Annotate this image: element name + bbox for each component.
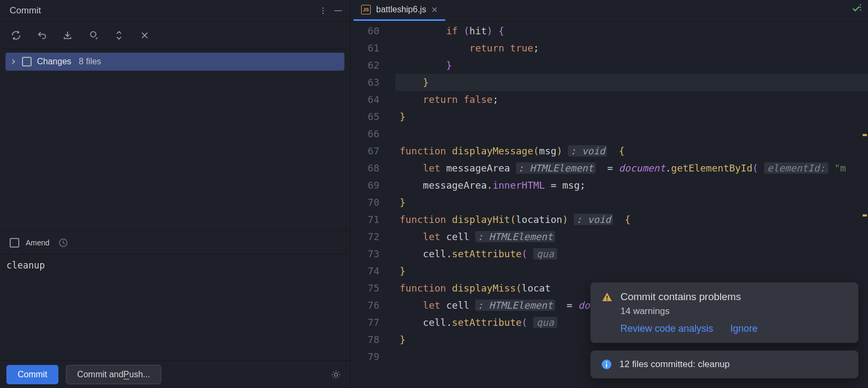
commit-panel: Commit xyxy=(0,0,350,388)
changes-count: 8 files xyxy=(79,57,101,66)
commit-toolbar xyxy=(0,21,350,49)
close-icon[interactable] xyxy=(431,6,438,13)
notification-subtitle: 14 warnings xyxy=(620,306,758,317)
svg-point-2 xyxy=(323,12,324,14)
gear-icon[interactable] xyxy=(328,367,343,382)
commit-title: Commit xyxy=(10,5,41,16)
rollback-icon[interactable] xyxy=(34,28,49,43)
commit-and-push-button[interactable]: Commit and Push... xyxy=(66,365,161,384)
notification-info: 12 files committed: cleanup xyxy=(590,350,858,378)
shelve-icon[interactable] xyxy=(60,28,75,43)
inspection-ok-icon[interactable] xyxy=(851,3,862,14)
svg-rect-13 xyxy=(606,364,607,368)
editor-area: JS battleship6.js 6061626364656667686970… xyxy=(350,0,868,388)
svg-point-6 xyxy=(334,373,338,376)
commit-message-input[interactable]: cleanup xyxy=(0,254,350,360)
changes-node[interactable]: Changes 8 files xyxy=(5,53,345,71)
commit-button[interactable]: Commit xyxy=(6,365,58,384)
js-file-icon: JS xyxy=(361,5,371,14)
svg-point-0 xyxy=(323,7,324,9)
svg-rect-14 xyxy=(606,362,607,363)
svg-point-1 xyxy=(323,10,324,11)
notification-warning: Commit contains problems 14 warnings Rev… xyxy=(590,282,858,343)
svg-rect-11 xyxy=(607,300,608,301)
changelist-icon[interactable] xyxy=(137,28,152,43)
changes-label: Changes xyxy=(37,57,71,66)
refresh-icon[interactable] xyxy=(9,28,24,43)
tab-filename: battleship6.js xyxy=(376,5,426,14)
notification-info-text: 12 files committed: cleanup xyxy=(619,359,730,370)
minimize-icon[interactable] xyxy=(331,3,346,18)
changes-checkbox[interactable] xyxy=(22,57,32,66)
more-icon[interactable] xyxy=(316,3,331,18)
warning-icon xyxy=(601,291,613,303)
history-icon[interactable] xyxy=(56,235,71,250)
svg-rect-10 xyxy=(607,296,608,299)
tab-battleship6[interactable]: JS battleship6.js xyxy=(354,0,445,21)
info-icon xyxy=(601,359,612,370)
svg-point-4 xyxy=(91,32,96,37)
chevron-right-icon[interactable] xyxy=(10,58,17,65)
ignore-link[interactable]: Ignore xyxy=(730,323,758,334)
marker-stripe[interactable] xyxy=(862,21,868,388)
expand-icon[interactable] xyxy=(111,28,126,43)
line-gutter: 6061626364656667686970717273747576777879 xyxy=(350,21,391,388)
review-code-analysis-link[interactable]: Review code analysis xyxy=(620,323,713,334)
notification-title: Commit contains problems xyxy=(620,291,758,303)
amend-checkbox[interactable] xyxy=(10,238,19,248)
diff-icon[interactable] xyxy=(86,28,101,43)
amend-label: Amend xyxy=(26,238,49,247)
